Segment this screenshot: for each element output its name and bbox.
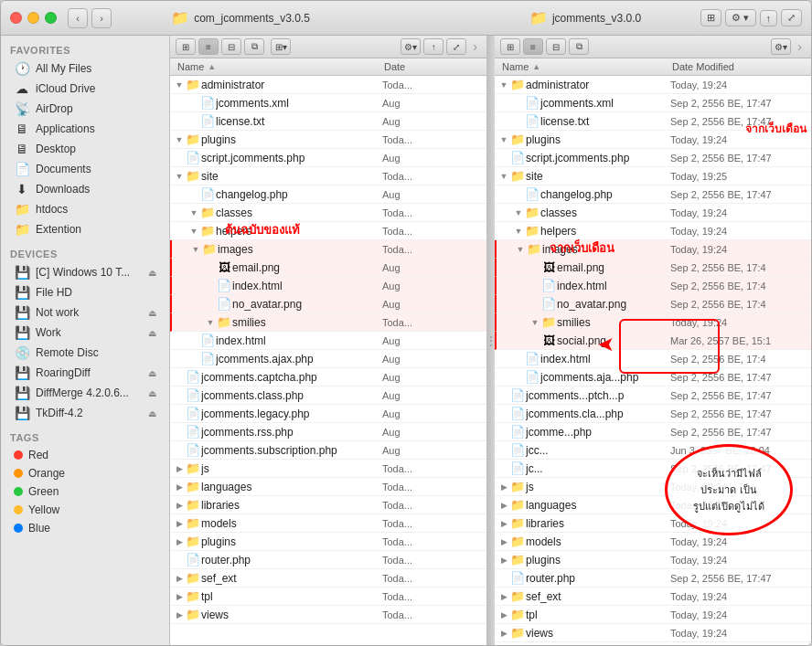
file-row[interactable]: 📄 jcomments.xml Sep 2, 2556 BE, 17:47 <box>495 94 811 112</box>
file-row[interactable]: 📁 classes Toda... <box>170 204 486 222</box>
eject-work-icon[interactable]: ⏏ <box>148 328 156 338</box>
disclosure-models-l[interactable] <box>174 518 185 529</box>
file-row[interactable]: 📄 router.php Sep 2, 2556 BE, 17:47 <box>495 569 811 588</box>
disclosure-languages-l[interactable] <box>174 482 185 492</box>
file-row[interactable]: 📄 index.html Aug <box>170 277 486 295</box>
file-row[interactable]: 📄 index.html Sep 2, 2556 BE, 17:4 <box>495 350 811 368</box>
file-row[interactable]: 📁 administrator Today, 19:24 <box>495 76 811 94</box>
file-row[interactable]: 📁 plugins Toda... <box>170 533 486 551</box>
file-row[interactable]: 📄 jcomments.class.php Aug <box>170 387 486 405</box>
sidebar-item-airdrop[interactable]: 📡 AirDrop <box>5 99 166 119</box>
back-button[interactable]: ‹ <box>68 8 88 28</box>
r-view-icons-btn[interactable]: ⊞ <box>500 38 520 55</box>
file-row[interactable]: 📄 index.html Aug <box>170 332 486 350</box>
sidebar-item-htdocs[interactable]: 📁 htdocs <box>5 199 166 219</box>
file-row[interactable]: 📄 script.jcomments.php Aug <box>170 149 486 167</box>
sidebar-item-applications[interactable]: 🖥 Applications <box>5 119 166 139</box>
sidebar-item-desktop[interactable]: 🖥 Desktop <box>5 139 166 159</box>
file-row[interactable]: 📄 index.html Sep 2, 2556 BE, 17:4 <box>495 277 811 295</box>
file-row[interactable]: 📄 jcomments.captcha.php Aug <box>170 368 486 387</box>
disclosure-admin-l[interactable] <box>174 79 185 90</box>
file-row[interactable]: 📁 models Today, 19:24 <box>495 533 811 551</box>
r-view-cols-btn[interactable]: ⊟ <box>546 38 566 55</box>
disclosure-plugins-l[interactable] <box>174 134 185 145</box>
file-row[interactable]: 📄 no_avatar.png Aug <box>170 295 486 313</box>
share-button[interactable]: ↑ <box>760 10 778 26</box>
file-row[interactable]: 📁 plugins Today, 19:24 <box>495 551 811 569</box>
file-row[interactable]: 📁 sef_ext Today, 19:24 <box>495 588 811 606</box>
sidebar-item-remote-disc[interactable]: 💿 Remote Disc <box>5 343 166 363</box>
file-row[interactable]: 📄 script.jcomments.php Sep 2, 2556 BE, 1… <box>495 149 811 167</box>
file-row[interactable]: 📁 site Today, 19:25 <box>495 167 811 185</box>
sidebar-item-blue[interactable]: Blue <box>5 519 166 537</box>
file-row[interactable]: 📁 helpers Today, 19:24 <box>495 222 811 240</box>
file-row[interactable]: 📁 js Today, 19:24 <box>495 478 811 496</box>
disclosure-sef-l[interactable] <box>174 573 185 584</box>
minimize-button[interactable] <box>27 12 39 24</box>
disclosure-languages-r[interactable] <box>498 500 509 511</box>
sidebar-item-icloud[interactable]: ☁ iCloud Drive <box>5 79 166 99</box>
pane-divider[interactable] <box>487 36 495 645</box>
sidebar-item-work[interactable]: 💾 Work ⏏ <box>5 323 166 343</box>
r-view-cover-btn[interactable]: ⧉ <box>569 38 589 55</box>
file-row[interactable]: 📁 classes Today, 19:24 <box>495 204 811 222</box>
file-row[interactable]: 📁 models Toda... <box>170 514 486 533</box>
eject-diffmerge-icon[interactable]: ⏏ <box>148 388 156 398</box>
file-row[interactable]: 📄 jcomments.legacy.php Aug <box>170 405 486 423</box>
sidebar-item-windows[interactable]: 💾 [C] Windows 10 T... ⏏ <box>5 262 166 282</box>
disclosure-tpl-l[interactable] <box>174 591 185 602</box>
disclosure-admin-r[interactable] <box>498 79 509 90</box>
file-row[interactable]: 📄 jcomments.rss.php Aug <box>170 423 486 441</box>
action-button[interactable]: ⚙ ▾ <box>725 9 755 26</box>
disclosure-helpers-r[interactable] <box>513 226 524 237</box>
arrange-dropdown[interactable]: ⊞▾ <box>271 38 291 55</box>
sidebar-item-all-my-files[interactable]: 🕐 All My Files <box>5 58 166 79</box>
disclosure-site-r[interactable] <box>498 171 509 182</box>
close-button[interactable] <box>10 12 22 24</box>
file-row[interactable]: 📄 no_avatar.png Sep 2, 2556 BE, 17:4 <box>495 295 811 313</box>
sidebar-item-tkdiff[interactable]: 💾 TkDiff-4.2 ⏏ <box>5 403 166 423</box>
file-row[interactable]: 📁 languages Today, 19:24 <box>495 496 811 514</box>
file-row[interactable]: 🖼 email.png Aug <box>170 259 486 277</box>
file-row[interactable]: 📄 router.php Toda... <box>170 551 486 569</box>
disclosure-plugins2-r[interactable] <box>498 555 509 566</box>
disclosure-site-l[interactable] <box>174 171 185 182</box>
file-row[interactable]: 📄 jcc... Jun 3, 2557 BE, 18:04 <box>495 441 811 460</box>
sidebar-item-orange[interactable]: Orange <box>5 464 166 482</box>
sidebar-item-green[interactable]: Green <box>5 482 166 501</box>
date-col-header[interactable]: Date <box>377 61 486 72</box>
sidebar-item-file-hd[interactable]: 💾 File HD <box>5 282 166 302</box>
file-row[interactable]: 📁 views Today, 19:24 <box>495 624 811 642</box>
sidebar-item-diffmerge[interactable]: 💾 DiffMerge 4.2.0.6... ⏏ <box>5 383 166 403</box>
file-row[interactable]: 📁 tpl Today, 19:24 <box>495 606 811 624</box>
name-col-header[interactable]: Name ▲ <box>170 61 377 72</box>
sidebar-item-downloads[interactable]: ⬇ Downloads <box>5 179 166 199</box>
file-row[interactable]: 📄 jc... Sep 2, 2556 BE, 17:47 <box>495 460 811 478</box>
file-row[interactable]: 📄 jcomments.xml Aug <box>170 94 486 112</box>
disclosure-sef-r[interactable] <box>498 591 509 602</box>
eject-not-work-icon[interactable]: ⏏ <box>148 308 156 318</box>
file-row[interactable]: 📁 images Toda... <box>170 240 486 259</box>
eject-tkdiff-icon[interactable]: ⏏ <box>148 408 156 418</box>
file-row[interactable]: 📄 jcomments.ajax.php Aug <box>170 350 486 368</box>
expand-button[interactable]: ⤢ <box>781 9 802 26</box>
r-name-col-header[interactable]: Name ▲ <box>495 61 665 72</box>
file-row[interactable]: 📄 license.txt Sep 2, 2556 BE, 17:47 <box>495 112 811 131</box>
view-icons-btn[interactable]: ⊞ <box>176 38 196 55</box>
disclosure-classes-l[interactable] <box>188 207 199 218</box>
sidebar-item-extention[interactable]: 📁 Extention <box>5 219 166 239</box>
disclosure-helpers-l[interactable] <box>188 226 199 237</box>
file-row[interactable]: 📄 changelog.php Sep 2, 2556 BE, 17:47 <box>495 185 811 204</box>
arrange-button[interactable]: ⊞ <box>700 9 721 26</box>
eject-icon[interactable]: ⏏ <box>148 268 156 278</box>
disclosure-js-r[interactable] <box>498 482 509 492</box>
file-row[interactable]: 📁 smilies Toda... <box>170 313 486 332</box>
file-row[interactable]: 📄 jcomme...php Sep 2, 2556 BE, 17:47 <box>495 423 811 441</box>
file-row[interactable]: 📁 tpl Toda... <box>170 588 486 606</box>
r-action-dropdown[interactable]: ⚙▾ <box>771 38 791 55</box>
action-dropdown[interactable]: ⚙▾ <box>401 38 421 55</box>
disclosure-plugins2-l[interactable] <box>174 536 185 547</box>
r-more-icon[interactable]: › <box>794 39 806 54</box>
disclosure-classes-r[interactable] <box>513 207 524 218</box>
disclosure-tpl-r[interactable] <box>498 609 509 620</box>
